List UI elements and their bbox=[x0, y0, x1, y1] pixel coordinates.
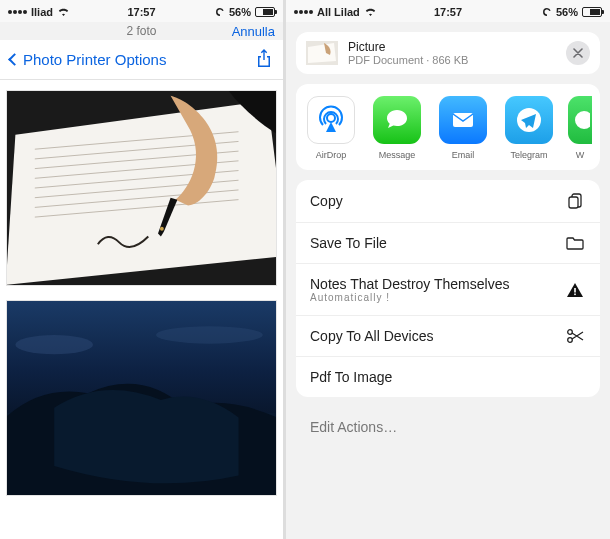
action-notes-destroy[interactable]: Notes That Destroy Themselves Automatica… bbox=[296, 264, 600, 316]
share-icon bbox=[255, 48, 273, 68]
svg-point-20 bbox=[575, 111, 590, 129]
document-header: Picture PDF Document · 866 KB bbox=[296, 32, 600, 74]
svg-point-10 bbox=[160, 227, 164, 231]
svg-point-13 bbox=[15, 335, 93, 354]
action-sublabel: Automatically ! bbox=[310, 292, 509, 303]
status-bar-right: All Lilad 17:57 56% bbox=[286, 0, 610, 22]
svg-point-14 bbox=[156, 326, 263, 343]
cellular-icon bbox=[294, 10, 313, 14]
doc-title: Picture bbox=[348, 40, 556, 54]
svg-rect-22 bbox=[574, 288, 576, 293]
preview-image-1[interactable] bbox=[6, 90, 277, 286]
back-button[interactable]: Photo Printer Options bbox=[10, 51, 166, 68]
share-app-airdrop[interactable]: AirDrop bbox=[302, 96, 360, 160]
app-label: Telegram bbox=[510, 150, 547, 160]
close-button[interactable] bbox=[566, 41, 590, 65]
svg-rect-23 bbox=[574, 293, 576, 295]
edit-actions-button[interactable]: Edit Actions… bbox=[296, 407, 600, 447]
app-label: Message bbox=[379, 150, 416, 160]
carrier-label-r: All Lilad bbox=[317, 6, 360, 18]
app-label: AirDrop bbox=[316, 150, 347, 160]
share-app-telegram[interactable]: Telegram bbox=[500, 96, 558, 160]
svg-rect-21 bbox=[569, 197, 578, 208]
clock-r: 17:57 bbox=[434, 6, 462, 18]
action-label: Copy To All Devices bbox=[310, 328, 433, 344]
mail-icon bbox=[439, 96, 487, 144]
action-save-to-file[interactable]: Save To File bbox=[296, 223, 600, 264]
share-app-mail[interactable]: Email bbox=[434, 96, 492, 160]
action-copy[interactable]: Copy bbox=[296, 180, 600, 223]
airdrop-icon bbox=[307, 96, 355, 144]
action-label: Copy bbox=[310, 193, 343, 209]
close-icon bbox=[573, 48, 583, 58]
action-pdf-to-image[interactable]: Pdf To Image bbox=[296, 357, 600, 397]
actions-list: Copy Save To File Notes That Destroy The… bbox=[296, 180, 600, 397]
preview-image-2[interactable] bbox=[6, 300, 277, 496]
copy-icon bbox=[564, 192, 586, 210]
svg-point-25 bbox=[568, 338, 573, 343]
messages-icon bbox=[373, 96, 421, 144]
edit-actions-label: Edit Actions… bbox=[310, 419, 397, 435]
app-label: W bbox=[576, 150, 585, 160]
subheader: 2 foto Annulla bbox=[0, 22, 283, 40]
sync-icon bbox=[542, 7, 552, 17]
battery-icon bbox=[255, 7, 275, 17]
wifi-icon bbox=[57, 7, 70, 17]
chevron-left-icon bbox=[8, 53, 21, 66]
telegram-icon bbox=[505, 96, 553, 144]
right-pane: All Lilad 17:57 56% Picture PDF Document… bbox=[283, 0, 610, 539]
preview-area[interactable] bbox=[0, 80, 283, 539]
svg-point-17 bbox=[327, 114, 335, 122]
action-label: Pdf To Image bbox=[310, 369, 392, 385]
carrier-label: Iliad bbox=[31, 6, 53, 18]
whatsapp-icon bbox=[568, 96, 592, 144]
status-bar-left: Iliad 17:57 56% bbox=[0, 0, 283, 22]
back-title: Photo Printer Options bbox=[23, 51, 166, 68]
folder-icon bbox=[564, 235, 586, 251]
share-button[interactable] bbox=[255, 48, 273, 72]
share-apps-row[interactable]: AirDrop Message Email Telegram bbox=[296, 84, 600, 170]
cancel-button[interactable]: Annulla bbox=[232, 24, 275, 39]
wifi-icon bbox=[364, 7, 377, 17]
cellular-icon bbox=[8, 10, 27, 14]
warning-icon bbox=[564, 282, 586, 298]
share-app-whatsapp[interactable]: W bbox=[566, 96, 594, 160]
nav-bar: Photo Printer Options bbox=[0, 40, 283, 80]
svg-point-24 bbox=[568, 330, 573, 335]
action-label: Notes That Destroy Themselves bbox=[310, 276, 509, 292]
app-label: Email bbox=[452, 150, 475, 160]
share-sheet: Picture PDF Document · 866 KB AirDrop Me… bbox=[286, 22, 610, 539]
battery-pct-r: 56% bbox=[556, 6, 578, 18]
photo-count: 2 foto bbox=[126, 24, 156, 38]
sync-icon bbox=[215, 7, 225, 17]
doc-subtitle: PDF Document · 866 KB bbox=[348, 54, 556, 66]
action-copy-all-devices[interactable]: Copy To All Devices bbox=[296, 316, 600, 357]
left-pane: Iliad 17:57 56% 2 foto Annulla Photo Pri… bbox=[0, 0, 283, 539]
battery-pct: 56% bbox=[229, 6, 251, 18]
battery-icon bbox=[582, 7, 602, 17]
share-app-messages[interactable]: Message bbox=[368, 96, 426, 160]
svg-rect-18 bbox=[453, 113, 473, 127]
scissors-icon bbox=[564, 328, 586, 344]
document-thumb bbox=[306, 41, 338, 65]
clock: 17:57 bbox=[127, 6, 155, 18]
action-label: Save To File bbox=[310, 235, 387, 251]
